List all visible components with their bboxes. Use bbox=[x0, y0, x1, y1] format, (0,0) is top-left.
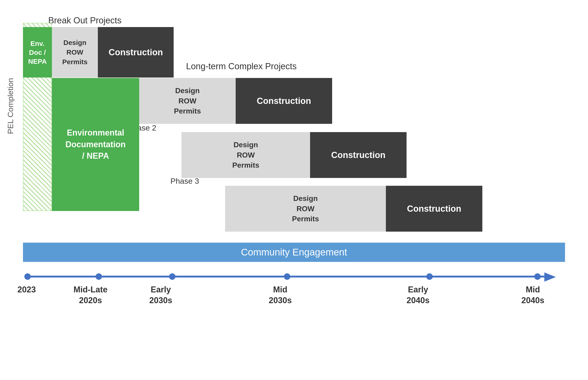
diagram-container: Break Out Projects Long-term Complex Pro… bbox=[0, 0, 588, 380]
tl-label-early-2040s: Early2040s bbox=[407, 284, 430, 306]
block-design-row-phase3: DesignROWPermits bbox=[225, 186, 386, 232]
community-engagement-bar: Community Engagement bbox=[23, 243, 565, 262]
block-env-nepa-large: EnvironmentalDocumentation/ NEPA bbox=[52, 78, 139, 211]
tl-dot-mid-late-2020s bbox=[96, 273, 102, 280]
tl-label-mid-2030s: Mid2030s bbox=[269, 284, 292, 306]
tl-dot-early-2040s bbox=[426, 273, 433, 280]
tl-label-early-2030s: Early2030s bbox=[149, 284, 172, 306]
tl-dot-early-2030s bbox=[169, 273, 175, 280]
tl-label-2023: 2023 bbox=[18, 284, 36, 295]
tl-dot-mid-2030s bbox=[284, 273, 290, 280]
tl-label-mid-2040s: Mid2040s bbox=[521, 284, 544, 306]
tl-dot-2023 bbox=[24, 273, 31, 280]
label-longterm: Long-term Complex Projects bbox=[186, 61, 297, 71]
block-construction-phase2: Construction bbox=[310, 132, 407, 178]
tl-dot-mid-2040s bbox=[534, 273, 541, 280]
block-design-row-phase1: DesignROWPermits bbox=[139, 78, 236, 124]
label-pel: PEL Completion bbox=[6, 78, 15, 134]
block-construction-small: Construction bbox=[98, 27, 174, 77]
timeline-arrow bbox=[544, 272, 556, 282]
block-env-nepa-small: Env. Doc / NEPA bbox=[23, 27, 52, 77]
block-construction-phase3: Construction bbox=[386, 186, 482, 232]
tl-label-mid-late-2020s: Mid-Late2020s bbox=[74, 284, 107, 306]
label-breakout: Break Out Projects bbox=[48, 16, 122, 25]
block-design-row-small: DesignROWPermits bbox=[52, 27, 98, 77]
block-design-row-phase2: DesignROWPermits bbox=[181, 132, 310, 178]
block-construction-phase1: Construction bbox=[236, 78, 332, 124]
